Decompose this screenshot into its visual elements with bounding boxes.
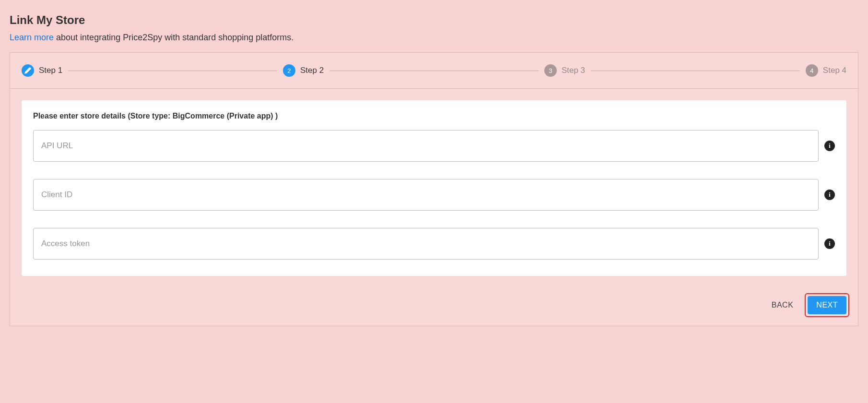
step-2-label: Step 2 — [300, 66, 324, 75]
pencil-icon — [22, 64, 34, 77]
step-divider — [329, 71, 539, 71]
form-card: Please enter store details (Store type: … — [22, 100, 846, 276]
step-3-circle: 3 — [544, 64, 557, 77]
subtitle-rest: about integrating Price2Spy with standar… — [54, 33, 293, 42]
client-id-row: i — [33, 179, 835, 211]
next-button[interactable]: Next — [808, 296, 846, 314]
step-divider — [591, 71, 800, 71]
step-2: 2 Step 2 — [283, 64, 324, 77]
info-icon[interactable]: i — [824, 238, 835, 249]
step-1-label: Step 1 — [39, 66, 62, 75]
page-title: Link My Store — [0, 0, 868, 33]
step-4: 4 Step 4 — [806, 64, 846, 77]
learn-more-link[interactable]: Learn more — [10, 33, 54, 42]
wizard-container: Step 1 2 Step 2 3 Step 3 4 Step 4 Please… — [10, 52, 858, 326]
step-2-circle: 2 — [283, 64, 295, 77]
step-divider — [68, 71, 277, 71]
api-url-input[interactable] — [33, 130, 819, 162]
info-icon[interactable]: i — [824, 141, 835, 151]
step-3-label: Step 3 — [562, 66, 585, 75]
info-icon[interactable]: i — [824, 190, 835, 200]
api-url-row: i — [33, 130, 835, 162]
page-subtitle: Learn more about integrating Price2Spy w… — [0, 33, 868, 52]
stepper: Step 1 2 Step 2 3 Step 3 4 Step 4 — [10, 53, 858, 89]
back-button[interactable]: Back — [764, 296, 801, 314]
next-button-highlight: Next — [805, 293, 849, 317]
client-id-input[interactable] — [33, 179, 819, 211]
step-3: 3 Step 3 — [544, 64, 585, 77]
button-row: Back Next — [10, 287, 858, 326]
step-4-label: Step 4 — [823, 66, 846, 75]
form-heading: Please enter store details (Store type: … — [33, 112, 835, 120]
access-token-row: i — [33, 228, 835, 260]
step-4-circle: 4 — [806, 64, 818, 77]
step-1[interactable]: Step 1 — [22, 64, 62, 77]
access-token-input[interactable] — [33, 228, 819, 260]
